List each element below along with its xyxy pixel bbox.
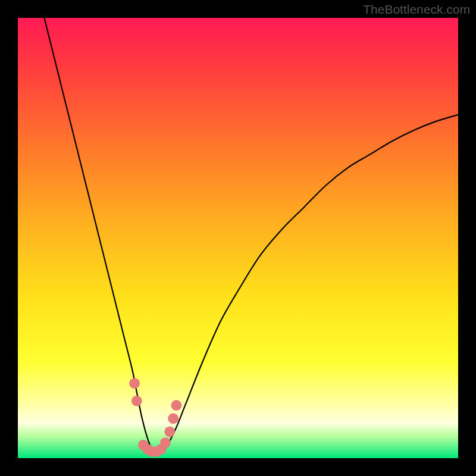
plot-area (18, 18, 458, 458)
chart-frame: TheBottleneck.com (0, 0, 476, 476)
curve-marker (168, 414, 178, 424)
curve-marker (131, 396, 142, 406)
curve-marker (129, 378, 140, 389)
curve-marker (164, 427, 175, 437)
watermark-text: TheBottleneck.com (363, 2, 470, 17)
curve-marker (160, 437, 171, 448)
bottleneck-curve (18, 18, 458, 458)
curve-marker (171, 400, 182, 411)
